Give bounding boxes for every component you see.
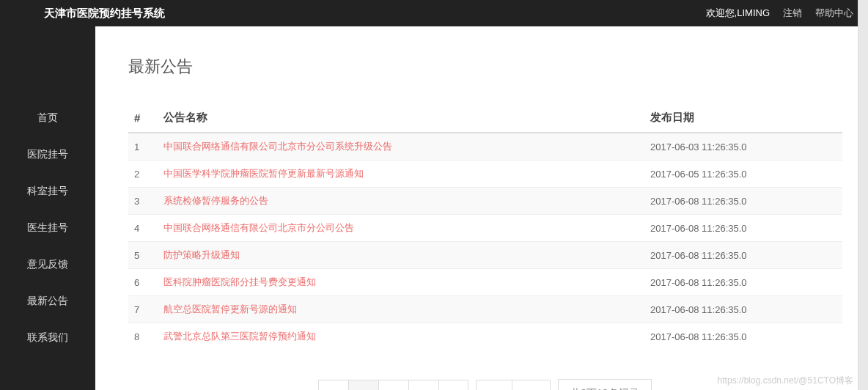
announcement-link[interactable]: 中国医学科学院肿瘤医院暂停更新最新号源通知: [163, 168, 364, 179]
cell-name: 医科院肿瘤医院部分挂号费变更通知: [158, 269, 644, 296]
page-3[interactable]: 3: [408, 380, 439, 390]
page-prev[interactable]: «: [318, 380, 349, 390]
table-row: 4中国联合网络通信有限公司北京市分公司公告2017-06-08 11:26:35…: [128, 215, 842, 242]
welcome-text: 欢迎您,LIMING: [706, 7, 770, 20]
sidebar-item-contact[interactable]: 联系我们: [0, 320, 95, 356]
main-content: 最新公告 # 公告名称 发布日期 1中国联合网络通信有限公司北京市分公司系统升级…: [95, 26, 868, 390]
cell-idx: 5: [128, 242, 158, 269]
sidebar-item-doctor[interactable]: 医生挂号: [0, 210, 95, 246]
cell-idx: 7: [128, 296, 158, 323]
header: 天津市医院预约挂号系统 欢迎您,LIMING 注销 帮助中心: [0, 0, 868, 26]
announcement-link[interactable]: 武警北京总队第三医院暂停预约通知: [163, 331, 316, 342]
sidebar-item-announcement[interactable]: 最新公告: [0, 283, 95, 320]
table-row: 8武警北京总队第三医院暂停预约通知2017-06-08 11:26:35.0: [128, 323, 842, 350]
sidebar-item-hospital[interactable]: 医院挂号: [0, 136, 95, 173]
cell-date: 2017-06-05 11:26:35.0: [644, 161, 842, 188]
page-title: 最新公告: [128, 56, 842, 78]
page-go-button[interactable]: Go: [512, 380, 551, 390]
sidebar-item-feedback[interactable]: 意见反馈: [0, 246, 95, 283]
cell-idx: 1: [128, 133, 158, 161]
header-right: 欢迎您,LIMING 注销 帮助中心: [706, 7, 853, 20]
sidebar-item-home[interactable]: 首页: [0, 100, 95, 136]
page-input[interactable]: [476, 380, 512, 390]
cell-date: 2017-06-08 11:26:35.0: [644, 323, 842, 350]
table-row: 5防护策略升级通知2017-06-08 11:26:35.0: [128, 242, 842, 269]
table-row: 3系统检修暂停服务的公告2017-06-08 11:26:35.0: [128, 188, 842, 215]
cell-idx: 6: [128, 269, 158, 296]
cell-date: 2017-06-08 11:26:35.0: [644, 269, 842, 296]
col-header-name: 公告名称: [158, 103, 644, 133]
cell-date: 2017-06-03 11:26:35.0: [644, 133, 842, 161]
table-row: 6医科院肿瘤医院部分挂号费变更通知2017-06-08 11:26:35.0: [128, 269, 842, 296]
cell-name: 中国医学科学院肿瘤医院暂停更新最新号源通知: [158, 161, 644, 188]
cell-idx: 4: [128, 215, 158, 242]
announcement-link[interactable]: 医科院肿瘤医院部分挂号费变更通知: [163, 276, 316, 287]
cell-date: 2017-06-08 11:26:35.0: [644, 242, 842, 269]
cell-idx: 2: [128, 161, 158, 188]
cell-date: 2017-06-08 11:26:35.0: [644, 188, 842, 215]
cell-date: 2017-06-08 11:26:35.0: [644, 296, 842, 323]
page-next[interactable]: »: [438, 380, 469, 390]
container: 首页 医院挂号 科室挂号 医生挂号 意见反馈 最新公告 联系我们 最新公告 # …: [0, 26, 868, 390]
cell-idx: 8: [128, 323, 158, 350]
page-2[interactable]: 2: [378, 380, 409, 390]
pagination: « 1 2 3 » Go 共3页19条记录: [128, 379, 842, 390]
cell-name: 防护策略升级通知: [158, 242, 644, 269]
sidebar: 首页 医院挂号 科室挂号 医生挂号 意见反馈 最新公告 联系我们: [0, 26, 95, 390]
announcement-link[interactable]: 系统检修暂停服务的公告: [163, 195, 268, 206]
table-row: 2中国医学科学院肿瘤医院暂停更新最新号源通知2017-06-05 11:26:3…: [128, 161, 842, 188]
cell-name: 武警北京总队第三医院暂停预约通知: [158, 323, 644, 350]
col-header-date: 发布日期: [644, 103, 842, 133]
table-row: 7航空总医院暂停更新号源的通知2017-06-08 11:26:35.0: [128, 296, 842, 323]
table-row: 1中国联合网络通信有限公司北京市分公司系统升级公告2017-06-03 11:2…: [128, 133, 842, 161]
announcement-link[interactable]: 中国联合网络通信有限公司北京市分公司公告: [163, 222, 354, 233]
page-info: 共3页19条记录: [558, 379, 651, 390]
cell-name: 航空总医院暂停更新号源的通知: [158, 296, 644, 323]
app-title: 天津市医院预约挂号系统: [44, 7, 165, 21]
help-link[interactable]: 帮助中心: [815, 7, 853, 20]
cell-idx: 3: [128, 188, 158, 215]
announcement-link[interactable]: 防护策略升级通知: [163, 249, 240, 260]
page-1[interactable]: 1: [348, 380, 379, 390]
announcement-link[interactable]: 航空总医院暂停更新号源的通知: [163, 303, 297, 314]
scrollbar-track[interactable]: [858, 0, 868, 390]
col-header-idx: #: [128, 103, 158, 133]
announcement-link[interactable]: 中国联合网络通信有限公司北京市分公司系统升级公告: [163, 141, 392, 152]
announcement-table: # 公告名称 发布日期 1中国联合网络通信有限公司北京市分公司系统升级公告201…: [128, 103, 842, 350]
cell-name: 中国联合网络通信有限公司北京市分公司公告: [158, 215, 644, 242]
sidebar-item-department[interactable]: 科室挂号: [0, 173, 95, 210]
cell-date: 2017-06-08 11:26:35.0: [644, 215, 842, 242]
logout-link[interactable]: 注销: [783, 7, 802, 20]
cell-name: 系统检修暂停服务的公告: [158, 188, 644, 215]
cell-name: 中国联合网络通信有限公司北京市分公司系统升级公告: [158, 133, 644, 161]
